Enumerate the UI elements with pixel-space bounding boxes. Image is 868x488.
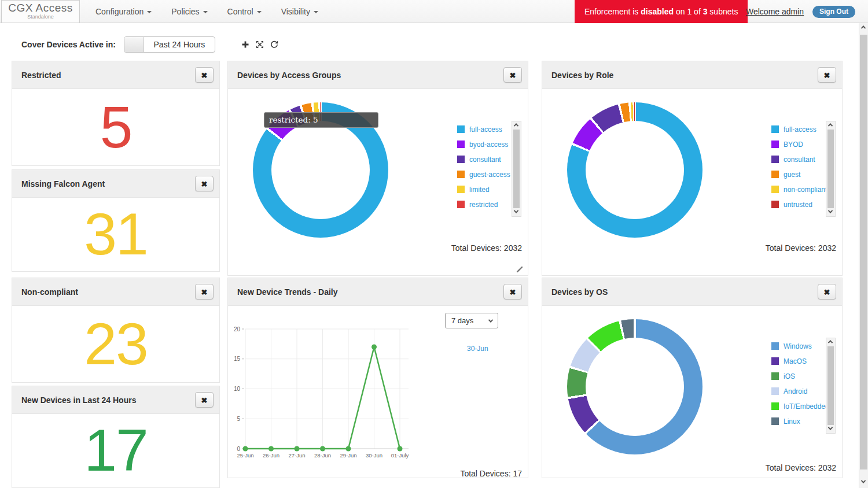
scrollbar-thumb[interactable] — [827, 130, 834, 208]
refresh-icon[interactable] — [270, 40, 279, 49]
close-icon[interactable]: ✖ — [818, 67, 836, 83]
sign-out-button[interactable]: Sign Out — [812, 6, 855, 18]
legend-item[interactable]: consultant — [771, 154, 823, 161]
logo-title: CGX Access — [2, 2, 79, 14]
scroll-up-icon[interactable] — [829, 340, 833, 345]
close-icon[interactable]: ✖ — [195, 176, 214, 191]
scrollbar-thumb[interactable] — [860, 35, 867, 469]
scroll-down-icon[interactable] — [514, 210, 519, 215]
legend-item[interactable]: MacOS — [771, 356, 823, 363]
role-donut-chart[interactable] — [567, 102, 703, 238]
card-title: Missing Falcon Agent — [12, 170, 219, 198]
legend-item[interactable]: BYOD — [771, 139, 823, 146]
app-logo: CGX Access Standalone — [1, 0, 80, 23]
card-title: New Devices in Last 24 Hours — [12, 386, 219, 414]
legend-item[interactable]: restricted — [457, 199, 509, 206]
legend-item[interactable]: full-access — [771, 124, 823, 131]
legend-label: guest — [784, 171, 800, 179]
devices-by-access-groups-card: Devices by Access Groups ✖ restricted: 5… — [227, 61, 528, 276]
close-icon[interactable]: ✖ — [195, 67, 214, 83]
scroll-up-icon[interactable] — [829, 123, 833, 128]
legend-label: byod-access — [469, 141, 508, 149]
scroll-down-icon[interactable] — [829, 210, 833, 215]
close-icon[interactable]: ✖ — [503, 284, 522, 300]
banner-text: on 1 of — [674, 7, 703, 16]
card-header: Devices by Access Groups ✖ — [228, 61, 528, 89]
legend-label: restricted — [469, 201, 498, 209]
legend-label: full-access — [784, 125, 816, 134]
close-icon[interactable]: ✖ — [503, 67, 522, 83]
time-range-toggle[interactable]: Past 24 Hours — [124, 36, 215, 53]
legend-item[interactable]: IoT/Embedded — [771, 401, 823, 408]
main-menu: Configuration Policies Control Visibilit… — [86, 0, 328, 23]
card-header: New Devices in Last 24 Hours ✖ — [12, 386, 219, 414]
legend-item[interactable]: consultant — [457, 154, 509, 161]
legend-item[interactable]: guest — [771, 169, 823, 176]
scroll-up-icon[interactable] — [862, 25, 866, 30]
svg-text:27-Jun: 27-Jun — [288, 452, 305, 459]
close-icon[interactable]: ✖ — [195, 392, 214, 408]
series-legend-label[interactable]: 30-Jun — [467, 345, 488, 353]
legend-item[interactable]: byod-access — [457, 139, 509, 146]
welcome-admin-link[interactable]: Welcome admin — [746, 0, 804, 23]
toggle-knob[interactable] — [124, 37, 144, 52]
trends-line-chart[interactable]: 0510152025-Jun26-Jun27-Jun28-Jun29-Jun30… — [233, 323, 426, 463]
legend-swatch — [457, 141, 465, 148]
legend-swatch — [771, 402, 779, 410]
card-header: Missing Falcon Agent ✖ — [12, 170, 219, 198]
legend-label: Android — [784, 387, 807, 395]
legend-item[interactable]: guest-access — [457, 169, 509, 176]
role-legend: full-accessBYODconsultantguestnon-compli… — [771, 124, 823, 214]
legend-label: full-access — [469, 125, 502, 134]
caret-down-icon — [257, 11, 262, 13]
donut-hole — [586, 121, 684, 219]
legend-swatch — [457, 201, 465, 208]
legend-swatch — [457, 171, 465, 178]
legend-label: consultant — [469, 156, 501, 164]
legend-label: guest-access — [469, 171, 510, 179]
expand-icon[interactable] — [255, 40, 264, 49]
scroll-down-icon[interactable] — [862, 480, 866, 485]
legend-swatch — [771, 171, 779, 178]
legend-item[interactable]: untrusted — [771, 199, 823, 206]
legend-scrollbar[interactable] — [826, 338, 836, 434]
range-select[interactable]: 7 days — [445, 313, 498, 328]
legend-item[interactable]: full-access — [457, 124, 509, 131]
legend-item[interactable]: iOS — [771, 371, 823, 378]
enforcement-banner: Enforcement is disabled on 1 of 3 subnet… — [575, 0, 748, 23]
resize-handle[interactable] — [516, 265, 524, 273]
menu-visibility[interactable]: Visibility — [271, 0, 328, 23]
menu-control[interactable]: Control — [218, 0, 271, 23]
donut-hole — [271, 121, 370, 219]
legend-item[interactable]: non-compliant — [771, 184, 823, 191]
banner-bold-disabled: disabled — [641, 7, 674, 16]
legend-item[interactable]: Android — [771, 386, 823, 393]
banner-text: Enforcement is — [584, 7, 641, 16]
scrollbar-thumb[interactable] — [827, 346, 834, 425]
non-compliant-count: 23 — [12, 306, 219, 382]
legend-item[interactable]: limited — [457, 184, 509, 191]
scrollbar-thumb[interactable] — [513, 130, 520, 208]
legend-item[interactable]: Linux — [771, 416, 823, 423]
legend-swatch — [771, 186, 779, 193]
page-scrollbar[interactable] — [859, 23, 868, 488]
filter-label: Cover Devices Active in: — [21, 40, 116, 49]
menu-policies-label: Policies — [171, 7, 199, 16]
menu-configuration[interactable]: Configuration — [86, 0, 161, 23]
close-icon[interactable]: ✖ — [195, 284, 214, 300]
scroll-up-icon[interactable] — [514, 123, 519, 128]
legend-scrollbar[interactable] — [512, 121, 521, 217]
total-devices-label: Total Devices: 2032 — [766, 463, 836, 472]
chart-tooltip: restricted: 5 — [264, 112, 378, 128]
menu-policies[interactable]: Policies — [161, 0, 217, 23]
legend-item[interactable]: Windows — [771, 341, 823, 348]
svg-text:15: 15 — [234, 356, 241, 362]
scroll-down-icon[interactable] — [829, 427, 833, 431]
legend-scrollbar[interactable] — [826, 121, 836, 217]
os-donut-chart[interactable] — [567, 319, 703, 454]
legend-swatch — [771, 387, 779, 395]
legend-label: IoT/Embedded — [784, 402, 829, 411]
new-devices-card: New Devices in Last 24 Hours ✖ 17 — [12, 386, 220, 488]
close-icon[interactable]: ✖ — [818, 284, 836, 300]
add-widget-icon[interactable] — [241, 40, 250, 49]
